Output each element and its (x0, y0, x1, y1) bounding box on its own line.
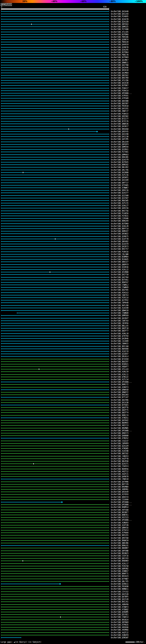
hit-bar[interactable] (1, 362, 109, 362)
hit-bar[interactable] (1, 592, 109, 592)
hit-row[interactable]: UniRef100_Q41520 (0, 598, 146, 600)
hit-label[interactable]: UniRef100_A9SM66 (111, 629, 129, 631)
hit-bar[interactable] (1, 346, 109, 346)
hit-bar[interactable] (1, 560, 109, 561)
hit-label[interactable]: UniRef100_Q40880 (111, 435, 129, 437)
hit-label[interactable]: UniRef100_B9HJN5 (111, 156, 129, 158)
hit-bar[interactable] (1, 134, 109, 134)
hit-row[interactable]: UniRef100_Q7N1Z2 (0, 376, 146, 378)
hit-label[interactable]: UniRef100_B8LM30 (111, 460, 129, 462)
hit-label[interactable]: UniRef100_Q43191 (111, 108, 129, 110)
hit-label[interactable]: UniRef100_Q22507 (111, 197, 129, 200)
hit-bar[interactable] (1, 366, 109, 367)
hit-label[interactable]: UniRef100_B6U297 (111, 361, 129, 363)
hit-label[interactable]: UniRef100_Q9LKL4 (111, 356, 129, 358)
hit-bar[interactable] (1, 75, 109, 76)
hit-bar[interactable] (1, 571, 109, 571)
hit-bar[interactable] (1, 568, 109, 569)
hit-label[interactable]: UniRef100_B3VH21 (111, 363, 129, 366)
hit-bar[interactable] (1, 504, 109, 505)
hit-row[interactable]: UniRef100_Q43189 (0, 179, 146, 182)
hit-label[interactable]: UniRef100_B3TDK6 (111, 34, 129, 36)
hit-bar[interactable] (1, 538, 109, 538)
hit-row[interactable]: UniRef100_A1XCH9 (0, 307, 146, 309)
hit-row[interactable]: UniRef100_Q9M463 (0, 154, 146, 156)
hit-bar[interactable] (1, 553, 109, 554)
hit-row[interactable]: UniRef100_Q24379 (0, 158, 146, 161)
hit-bar[interactable] (1, 614, 109, 615)
hit-bar[interactable] (1, 101, 109, 101)
hit-label[interactable]: UniRef100_B4G3H3 (111, 394, 129, 396)
hit-row[interactable]: UniRef100_A8W7J7 (0, 110, 146, 112)
hit-row[interactable]: UniRef100_Q0ZFT5 (0, 409, 146, 412)
hit-row[interactable]: UniRef100_A1XC19 (0, 350, 146, 353)
hit-label[interactable]: UniRef100_Q0ZFT4 (111, 412, 129, 414)
hit-row[interactable]: UniRef100_Q9M5E0 (0, 314, 146, 317)
hit-bar[interactable] (1, 497, 109, 497)
hit-row[interactable]: UniRef100_Q4JME8 (0, 72, 146, 74)
hit-row[interactable]: UniRef100_C9WX18 (0, 478, 146, 480)
hit-bar[interactable] (1, 26, 109, 27)
hit-row[interactable]: UniRef100_A7NZG2 (0, 437, 146, 440)
hit-label[interactable]: UniRef100_A2XL11 (111, 374, 129, 376)
hit-bar[interactable] (1, 622, 109, 622)
hit-row[interactable]: UniRef100_Q1HLZ8 (0, 225, 146, 228)
hit-bar[interactable] (1, 287, 109, 288)
hit-row[interactable]: UniRef100_B7ZZG9 (0, 358, 146, 360)
hit-row[interactable]: UniRef100_Q27PX2 (0, 299, 146, 302)
hit-row[interactable]: UniRef100_A9RPN1 (0, 488, 146, 491)
hit-row[interactable]: UniRef100_Q4JME7 (0, 59, 146, 62)
hit-bar[interactable] (1, 594, 109, 594)
hit-bar[interactable] (1, 438, 109, 438)
hit-row[interactable]: UniRef100_P29250 (0, 565, 146, 568)
hit-row[interactable]: UniRef100_Q32DG1 (0, 148, 146, 151)
hit-label[interactable]: UniRef100_Q93X18 (111, 69, 129, 72)
hit-row[interactable]: UniRef100_A9SM66 (0, 629, 146, 631)
hit-row[interactable]: UniRef100_Q0ZFT6 (0, 406, 146, 409)
hit-bar[interactable] (1, 277, 109, 278)
hit-label[interactable]: UniRef100_Q39870 (111, 46, 129, 49)
hit-bar[interactable] (1, 423, 109, 423)
hit-label[interactable]: UniRef100_C6K7G4 (111, 320, 129, 322)
hit-bar[interactable] (1, 318, 109, 318)
hit-label[interactable]: UniRef100_Q24377 (111, 192, 129, 194)
hit-bar[interactable] (1, 234, 109, 234)
hit-label[interactable]: UniRef100_Q2A3Z0 (111, 21, 129, 23)
hit-label[interactable]: UniRef100_C5WHL2 (111, 284, 129, 286)
hit-bar[interactable] (1, 68, 109, 68)
hit-row[interactable]: UniRef100_B95355 (0, 534, 146, 537)
hit-row[interactable]: UniRef100_Q03562 (0, 74, 146, 77)
hit-bar[interactable] (1, 556, 109, 556)
hit-bar[interactable] (1, 249, 109, 249)
hit-row[interactable]: UniRef100_B1A6U5 (0, 258, 146, 261)
hit-label[interactable]: UniRef100_A3HL59 (111, 371, 129, 373)
hit-bar[interactable] (1, 116, 109, 116)
hit-bar[interactable] (1, 50, 109, 50)
hit-bar[interactable] (1, 433, 109, 433)
hit-row[interactable]: UniRef100_Q625R6 (0, 399, 146, 402)
hit-row[interactable]: UniRef100_Q24371 (0, 462, 146, 465)
hit-row[interactable]: UniRef100_C55F16 (0, 555, 146, 557)
hit-row[interactable]: UniRef100_B9R172 (0, 383, 146, 386)
hit-label[interactable]: UniRef100_Q42847 (111, 317, 129, 320)
hit-label[interactable]: UniRef100_B92NF7 (111, 512, 129, 514)
hit-row[interactable]: UniRef100_Q9ZSB2 (0, 115, 146, 118)
hit-row[interactable]: UniRef100_A1XCH8 (0, 450, 146, 452)
hit-row[interactable]: UniRef100_B3TDK9 (0, 56, 146, 59)
hit-bar[interactable] (1, 195, 109, 196)
hit-label[interactable]: UniRef100_Q6RSN2 (111, 568, 129, 570)
hit-row[interactable]: UniRef100_A7PS89 (0, 97, 146, 100)
hit-bar[interactable] (1, 206, 109, 206)
hit-bar[interactable] (1, 507, 109, 508)
hit-label[interactable]: UniRef100_Q02193 (111, 558, 129, 560)
hit-label[interactable]: UniRef100_C1PGH6 (111, 218, 129, 220)
hit-label[interactable]: UniRef100_Q14ST9 (111, 243, 129, 245)
hit-row[interactable]: UniRef100_P38416 (0, 250, 146, 253)
hit-row[interactable]: UniRef100_UPI000... (0, 92, 146, 94)
hit-bar[interactable] (1, 198, 109, 198)
hit-bar[interactable] (1, 609, 109, 610)
hit-row[interactable]: UniRef100_B9M2V7 (0, 230, 146, 232)
hit-label[interactable]: UniRef100_Q43438 (111, 82, 129, 84)
hit-label[interactable]: UniRef100_Q75V13 (111, 529, 129, 532)
hit-label[interactable]: UniRef100_A9ZT12 (111, 470, 129, 473)
